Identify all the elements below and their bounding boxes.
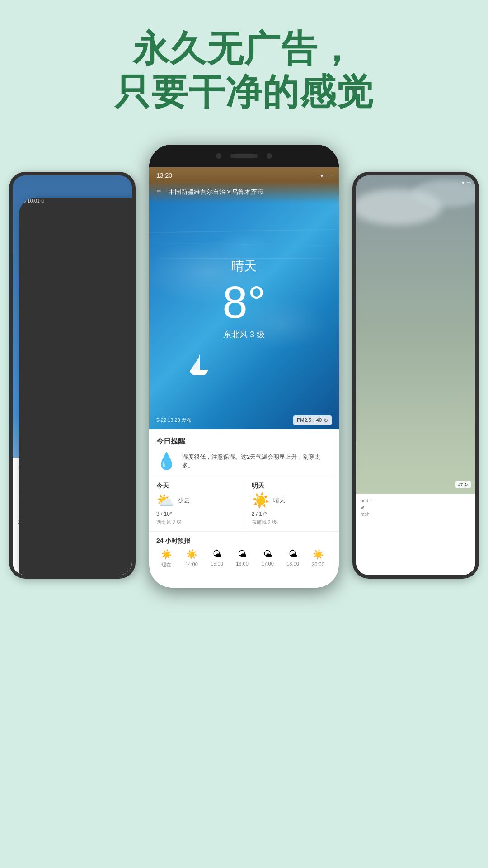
right-umb-label: umb r- <box>361 498 471 503</box>
weather-footer: 5-22 13:20 发布 PM2.5：40 ↻ <box>149 412 339 429</box>
today-reminder-title: 今日提醒 <box>156 437 332 446</box>
forecast-tomorrow-label: 明天 <box>252 482 332 490</box>
white-card: 今日提醒 💧 湿度很低，注意保湿。这2天气温会明显上升，别穿太多。 今天 ⛅ <box>149 429 339 588</box>
phone-left-screen: ≡ 1/6 10:01 u Summary ☂️ To el <box>13 175 132 575</box>
forecast-today-row: ⛅ 少云 <box>156 492 237 509</box>
weather-background: 13:20 ▾ ▭ ≡ 中国新疆维吾尔自治区乌鲁木齐市 晴天 <box>149 167 339 429</box>
forecast-today-icon: ⛅ <box>156 492 174 509</box>
weather-temperature: 8° <box>149 279 339 325</box>
hamburger-menu-icon[interactable]: ≡ <box>156 187 161 197</box>
wifi-icon: ▾ <box>320 172 324 179</box>
right-pm-value: 47 <box>458 482 463 487</box>
hour-time-label: 18:00 <box>286 561 299 566</box>
hour-time-label: 20:00 <box>312 561 324 567</box>
right-wind-row: w <box>361 505 471 510</box>
status-icons: ▾ ▭ <box>320 172 332 179</box>
forecast-today-wind: 西北风 2 级 <box>156 519 237 526</box>
right-wifi-icon: ▾ <box>462 180 465 186</box>
hour-item: 🌤18:00 <box>283 549 303 568</box>
hour-weather-icon: ☀️ <box>186 549 197 560</box>
phone-top-bar <box>149 145 339 167</box>
hour-weather-icon: ☀️ <box>313 549 324 560</box>
right-wind-label: w <box>361 505 364 510</box>
forecast-tomorrow-wind: 东南风 2 级 <box>252 519 332 526</box>
hour-item: 🌤15:00 <box>207 549 227 568</box>
status-bar: 13:20 ▾ ▭ <box>149 167 339 184</box>
weather-wind-text: 东北风 3 级 <box>149 329 339 340</box>
sailboat <box>185 353 212 375</box>
wave-line-2 <box>149 242 339 246</box>
pm-value-text: PM2.5：40 <box>297 417 322 424</box>
header-section: 永久无广告， 只要干净的感觉 <box>0 27 488 114</box>
right-battery-icon: ▭ <box>466 180 471 186</box>
hour-time-label: 17:00 <box>261 561 274 566</box>
page-background: 永久无广告， 只要干净的感觉 ≡ 1/6 10:01 u Summary ☂️ <box>0 0 488 868</box>
battery-icon: ▭ <box>326 172 332 179</box>
hour-item: ☀️现在 <box>156 549 176 568</box>
forecast-tomorrow-desc: 晴天 <box>273 496 285 505</box>
forecast-tomorrow-temp: 2 / 17° <box>252 511 332 517</box>
hour-time-label: 14:00 <box>185 561 198 567</box>
hour-time-label: 15:00 <box>211 561 223 566</box>
hour-weather-icon: ☀️ <box>161 549 172 560</box>
hours-forecast-title: 24 小时预报 <box>156 537 332 545</box>
hours-forecast-section: 24 小时预报 ☀️现在☀️14:00🌤15:00🌤16:00🌤17:00🌤18… <box>149 532 339 574</box>
sailboat-hull <box>190 370 208 375</box>
forecast-section: 今天 ⛅ 少云 3 / 10° 西北风 2 级 明天 <box>149 476 339 532</box>
pm-badge: PM2.5：40 ↻ <box>293 415 332 425</box>
hour-item: ☀️14:00 <box>182 549 202 568</box>
header-line1: 永久无广告， <box>0 27 488 71</box>
right-pm-refresh-icon: ↻ <box>465 482 468 487</box>
wave-line-1 <box>149 229 339 233</box>
hour-time-label: 现在 <box>161 561 171 568</box>
hour-time-label: 16:00 <box>236 561 249 566</box>
reminder-content: 💧 湿度很低，注意保湿。这2天气温会明显上升，别穿太多。 <box>156 452 332 471</box>
phone-right: ▾ ▭ 47 ↻ umb r- w mph <box>352 172 479 579</box>
forecast-tomorrow: 明天 ☀️ 晴天 2 / 17° 东南风 2 级 <box>244 476 339 531</box>
hour-weather-icon: 🌤 <box>263 549 272 559</box>
publish-time-text: 5-22 13:20 发布 <box>156 417 192 424</box>
phone-camera-2 <box>267 153 272 159</box>
hour-weather-icon: 🌤 <box>212 549 221 559</box>
weather-header[interactable]: ≡ 中国新疆维吾尔自治区乌鲁木齐市 <box>149 184 339 200</box>
left-date: 1/6 10:01 u <box>19 198 132 575</box>
right-card: 47 ↻ umb r- w mph <box>356 494 475 575</box>
phone-center[interactable]: 13:20 ▾ ▭ ≡ 中国新疆维吾尔自治区乌鲁木齐市 晴天 <box>149 145 339 588</box>
phone-screen: 13:20 ▾ ▭ ≡ 中国新疆维吾尔自治区乌鲁木齐市 晴天 <box>149 167 339 588</box>
forecast-tomorrow-icon: ☀️ <box>252 492 270 509</box>
pm-refresh-icon[interactable]: ↻ <box>324 417 328 424</box>
hour-item: ☀️20:00 <box>308 549 328 568</box>
forecast-today-desc: 少云 <box>178 496 190 505</box>
right-pm-badge: 47 ↻ <box>455 481 471 488</box>
right-status-bar: ▾ ▭ <box>462 180 471 186</box>
hours-row: ☀️现在☀️14:00🌤15:00🌤16:00🌤17:00🌤18:00☀️20:… <box>156 549 332 568</box>
phone-speaker <box>230 154 258 158</box>
weather-main: 晴天 8° 东北风 3 级 <box>149 258 339 340</box>
sailboat-sail <box>191 356 200 370</box>
status-time: 13:20 <box>156 172 172 179</box>
today-reminder-section: 今日提醒 💧 湿度很低，注意保湿。这2天气温会明显上升，别穿太多。 <box>149 429 339 476</box>
water-drop-icon: 💧 <box>156 452 177 471</box>
forecast-tomorrow-row: ☀️ 晴天 <box>252 492 332 509</box>
location-text: 中国新疆维吾尔自治区乌鲁木齐市 <box>169 188 263 196</box>
reminder-text: 湿度很低，注意保湿。这2天气温会明显上升，别穿太多。 <box>182 453 332 470</box>
forecast-today: 今天 ⛅ 少云 3 / 10° 西北风 2 级 <box>149 476 244 531</box>
header-line2: 只要干净的感觉 <box>0 71 488 114</box>
hour-weather-icon: 🌤 <box>238 549 247 559</box>
phone-left: ≡ 1/6 10:01 u Summary ☂️ To el <box>9 172 136 579</box>
forecast-today-label: 今天 <box>156 482 237 490</box>
right-mph-label: mph <box>361 512 369 517</box>
right-mph-row: mph <box>361 512 471 517</box>
hour-weather-icon: 🌤 <box>288 549 297 559</box>
phone-camera <box>216 153 221 159</box>
hour-item: 🌤17:00 <box>258 549 277 568</box>
hour-item: 🌤16:00 <box>232 549 252 568</box>
weather-condition-text: 晴天 <box>149 258 339 275</box>
phones-section: ≡ 1/6 10:01 u Summary ☂️ To el <box>0 145 488 868</box>
phone-right-screen: ▾ ▭ 47 ↻ umb r- w mph <box>356 175 475 575</box>
forecast-today-temp: 3 / 10° <box>156 511 237 517</box>
